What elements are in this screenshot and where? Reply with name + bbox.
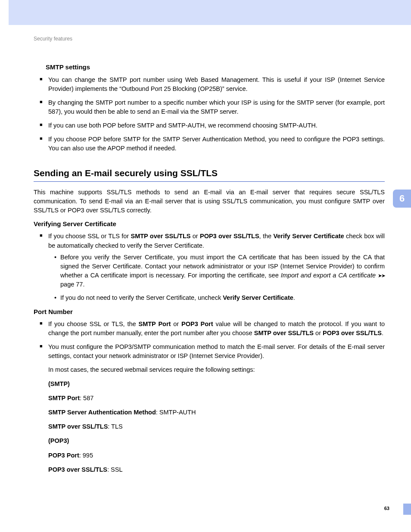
list-item: By changing the SMTP port number to a sp…	[40, 98, 385, 116]
bold-text: SMTP over SSL/TLS	[254, 330, 314, 336]
port-list: If you choose SSL or TLS, the SMTP Port …	[34, 320, 385, 361]
chapter-number: 6	[399, 192, 405, 205]
text: If you choose SSL or TLS for	[48, 233, 131, 240]
verify-list: If you choose SSL or TLS for SMTP over S…	[34, 232, 385, 302]
smtp-ssl-value: : TLS	[108, 423, 122, 430]
list-item: If you choose SSL or TLS, the SMTP Port …	[40, 320, 385, 338]
section-rule	[34, 181, 385, 182]
text: or	[314, 330, 323, 336]
pop3-ssl-label: POP3 over SSL/TLS	[48, 466, 107, 473]
smtp-auth-label: SMTP Server Authentication Method	[48, 409, 156, 416]
pop3-ssl-value: : SSL	[107, 466, 122, 473]
ssl-intro: This machine supports SSL/TLS methods to…	[34, 188, 385, 215]
text: .	[293, 294, 295, 301]
list-item: You must configure the POP3/SMTP communi…	[40, 342, 385, 361]
text: .	[382, 330, 383, 336]
smtp-ssl-label: SMTP over SSL/TLS	[48, 423, 108, 430]
arrow-icon: ➤➤	[378, 273, 385, 279]
text: , the	[259, 233, 274, 240]
header-band	[0, 0, 411, 25]
list-item: If you choose POP before SMTP for the SM…	[40, 135, 385, 153]
ssl-section-heading: Sending an E-mail securely using SSL/TLS	[34, 167, 385, 180]
header-gap	[0, 0, 9, 25]
smtp-settings-list: You can change the SMTP port number usin…	[34, 75, 385, 153]
text: If you do not need to verify the Server …	[60, 294, 223, 301]
cross-reference: Import and export a CA certificate	[281, 272, 376, 279]
verify-heading: Verifying Server Certificate	[34, 219, 385, 229]
bold-text: Verify Server Certificate	[223, 294, 293, 301]
text: page 77.	[60, 281, 84, 288]
text: or	[171, 320, 181, 327]
list-item: If you choose SSL or TLS for SMTP over S…	[40, 232, 385, 302]
text: If you choose SSL or TLS, the	[48, 320, 139, 327]
verify-sub-list: Before you verify the Server Certificate…	[48, 253, 385, 302]
pop3-port-value: : 995	[79, 452, 93, 459]
bold-text: POP3 over SSL/TLS	[323, 330, 382, 336]
text: or	[190, 233, 200, 240]
running-header: Security features	[34, 35, 385, 43]
bold-text: Verify Server Certificate	[273, 233, 344, 240]
bold-text: SMTP Port	[139, 320, 171, 327]
port-number-heading: Port Number	[34, 307, 385, 317]
smtp-auth-value: : SMTP-AUTH	[156, 409, 196, 416]
bold-text: POP3 over SSL/TLS	[200, 233, 259, 240]
list-item: Before you verify the Server Certificate…	[54, 253, 385, 289]
settings-block: (SMTP) SMTP Port: 587 SMTP Server Authen…	[48, 380, 385, 474]
page-content: Security features SMTP settings You can …	[34, 35, 385, 479]
list-item: If you can use both POP before SMTP and …	[40, 121, 385, 130]
list-item: If you do not need to verify the Server …	[54, 293, 385, 302]
bold-text: POP3 Port	[181, 320, 213, 327]
bold-text: SMTP over SSL/TLS	[131, 233, 191, 240]
page-number: 63	[384, 505, 389, 512]
pop3-port-label: POP3 Port	[48, 452, 79, 459]
smtp-port-label: SMTP Port	[48, 395, 80, 401]
smtp-port-value: : 587	[80, 395, 93, 401]
port-note: In most cases, the secured webmail servi…	[48, 365, 385, 374]
smtp-settings-heading: SMTP settings	[46, 62, 385, 72]
list-item: You can change the SMTP port number usin…	[40, 75, 385, 93]
smtp-group-label: (SMTP)	[48, 380, 70, 387]
pop3-group-label: (POP3)	[48, 437, 69, 444]
corner-tab	[403, 504, 411, 515]
chapter-tab: 6	[393, 190, 411, 208]
